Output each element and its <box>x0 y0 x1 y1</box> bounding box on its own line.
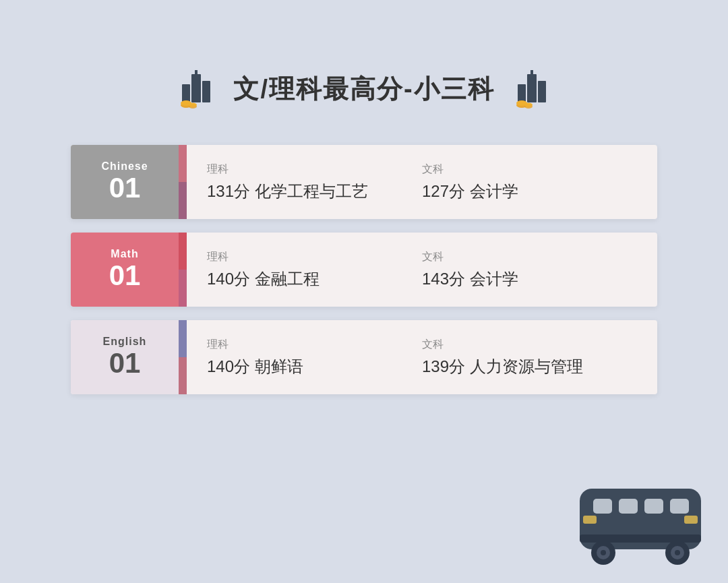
svg-rect-8 <box>527 74 537 102</box>
svg-rect-9 <box>530 70 533 75</box>
chinese-science-value: 131分 化学工程与工艺 <box>207 181 422 202</box>
svg-rect-2 <box>182 84 190 102</box>
english-arts-label: 文科 <box>422 338 637 352</box>
chinese-card: Chinese 01 理科 131分 化学工程与工艺 文科 127分 会计学 <box>71 145 657 219</box>
bus-icon <box>573 475 708 570</box>
english-content-area: 理科 140分 朝鲜语 文科 139分 人力资源与管理 <box>187 320 657 394</box>
english-science-value: 140分 朝鲜语 <box>207 356 422 377</box>
chinese-arts-label: 文科 <box>422 162 637 177</box>
svg-point-24 <box>601 550 606 555</box>
svg-rect-3 <box>202 81 210 102</box>
trophy-icon-right <box>508 67 555 111</box>
math-color-bar <box>179 233 187 307</box>
english-science-column: 理科 140分 朝鲜语 <box>207 338 422 377</box>
svg-rect-18 <box>619 499 638 514</box>
chinese-number-label: 01 <box>109 173 141 204</box>
chinese-color-bar <box>179 145 187 219</box>
math-arts-value: 143分 会计学 <box>422 268 637 290</box>
chinese-subject-label: Chinese <box>101 160 148 173</box>
chinese-science-column: 理科 131分 化学工程与工艺 <box>207 162 422 202</box>
chinese-arts-value: 127分 会计学 <box>422 181 637 202</box>
math-science-column: 理科 140分 金融工程 <box>207 250 422 290</box>
svg-rect-1 <box>195 70 198 75</box>
english-subject-label: English <box>103 336 147 348</box>
svg-rect-10 <box>518 84 526 102</box>
math-label-box: Math 01 <box>71 233 179 307</box>
svg-rect-11 <box>538 81 546 102</box>
chinese-content-area: 理科 131分 化学工程与工艺 文科 127分 会计学 <box>187 145 657 219</box>
svg-rect-19 <box>644 499 663 514</box>
svg-rect-0 <box>191 74 201 102</box>
english-label-box: English 01 <box>71 320 179 394</box>
svg-point-27 <box>675 550 680 555</box>
page-title: 文/理科最高分-小三科 <box>233 72 494 106</box>
page-container: 文/理科最高分-小三科 Chinese 01 理科 131分 化学工 <box>0 0 728 583</box>
math-card: Math 01 理科 140分 金融工程 文科 143分 会计学 <box>71 233 657 307</box>
svg-point-15 <box>524 103 533 107</box>
math-arts-column: 文科 143分 会计学 <box>422 250 637 290</box>
english-color-bar <box>179 320 187 394</box>
title-section: 文/理科最高分-小三科 <box>173 67 555 111</box>
math-science-label: 理科 <box>207 250 422 264</box>
english-number-label: 01 <box>109 348 141 379</box>
svg-rect-29 <box>684 516 698 524</box>
math-number-label: 01 <box>109 260 141 291</box>
english-arts-column: 文科 139分 人力资源与管理 <box>422 338 637 377</box>
math-arts-label: 文科 <box>422 250 637 264</box>
math-subject-label: Math <box>111 248 138 260</box>
english-card: English 01 理科 140分 朝鲜语 文科 139分 人力资源与管理 <box>71 320 657 394</box>
svg-point-7 <box>189 103 197 107</box>
svg-rect-21 <box>580 534 701 543</box>
trophy-icon-left <box>173 67 220 111</box>
svg-rect-20 <box>670 499 689 514</box>
english-science-label: 理科 <box>207 338 422 352</box>
chinese-label-box: Chinese 01 <box>71 145 179 219</box>
math-content-area: 理科 140分 金融工程 文科 143分 会计学 <box>187 233 657 307</box>
chinese-arts-column: 文科 127分 会计学 <box>422 162 637 202</box>
english-arts-value: 139分 人力资源与管理 <box>422 356 637 377</box>
svg-rect-28 <box>583 516 597 524</box>
cards-container: Chinese 01 理科 131分 化学工程与工艺 文科 127分 会计学 M… <box>71 145 657 394</box>
chinese-science-label: 理科 <box>207 162 422 177</box>
math-science-value: 140分 金融工程 <box>207 268 422 290</box>
svg-rect-17 <box>593 499 612 514</box>
